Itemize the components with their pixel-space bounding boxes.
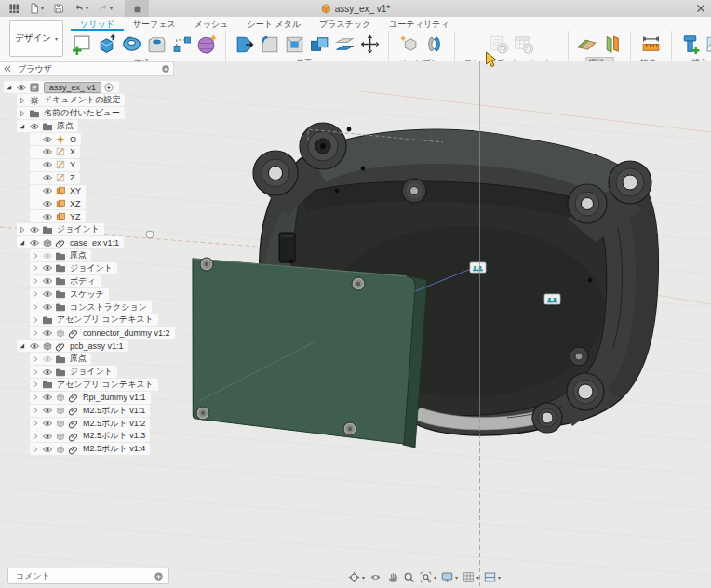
browser-row[interactable]: connector_dummy v1:2 [0, 327, 181, 340]
shell-icon[interactable] [283, 33, 306, 56]
expand-arrow-icon[interactable] [31, 302, 40, 312]
browser-item-label[interactable]: X [70, 147, 75, 156]
browser-item-label[interactable]: Z [70, 173, 75, 182]
browser-item-label[interactable]: アセンブリ コンテキスト [57, 314, 154, 326]
expand-arrow-icon[interactable] [31, 406, 40, 415]
expand-arrow-icon[interactable] [31, 276, 40, 286]
browser-row[interactable]: XY [0, 184, 181, 197]
visibility-eye-icon[interactable] [42, 444, 53, 455]
visibility-eye-icon[interactable] [42, 146, 53, 157]
visibility-eye-icon[interactable] [42, 354, 53, 365]
browser-row[interactable]: M2.5ボルト v1:3 [0, 430, 181, 443]
offset-face-icon[interactable] [333, 33, 356, 56]
pcb-model[interactable] [193, 258, 427, 448]
browser-item-label[interactable]: M2.5ボルト v1:3 [83, 430, 145, 442]
tab-active[interactable]: ソリッド [71, 17, 124, 31]
browser-item-label[interactable]: connector_dummy v1:2 [83, 328, 170, 338]
display-tool[interactable]: ▾ [441, 571, 458, 583]
visibility-eye-icon[interactable] [42, 367, 53, 378]
panel-options-icon[interactable] [158, 64, 173, 74]
app-grid-icon[interactable] [6, 0, 22, 17]
browser-row[interactable]: ジョイント [0, 366, 181, 379]
new-component-icon[interactable] [397, 33, 421, 56]
browser-item-label[interactable]: XZ [70, 199, 81, 208]
expand-arrow-icon[interactable] [31, 354, 40, 364]
browser-row[interactable]: アセンブリ コンテキスト [0, 314, 181, 327]
tab-inactive[interactable]: プラスチック [310, 17, 380, 31]
press-pull-icon[interactable] [233, 33, 256, 56]
expand-arrow-icon[interactable] [31, 445, 40, 454]
comment-expand-icon[interactable] [154, 571, 168, 581]
browser-row[interactable]: XZ [0, 197, 181, 210]
expand-arrow-icon[interactable] [31, 432, 40, 441]
file-menu-icon[interactable]: ▾ [26, 0, 47, 17]
browser-row[interactable]: 原点 [0, 353, 181, 366]
browser-row[interactable]: 原点 [0, 120, 181, 133]
joint-icon[interactable] [423, 33, 446, 56]
visibility-eye-icon[interactable] [42, 392, 53, 403]
joint-badge[interactable] [470, 262, 486, 273]
tab-inactive[interactable]: ユーティリティ [380, 17, 458, 31]
pattern-icon[interactable] [170, 33, 194, 56]
expand-arrow-icon[interactable] [31, 393, 40, 402]
browser-row[interactable]: ドキュメントの設定 [0, 94, 181, 107]
joint-badge[interactable] [544, 294, 560, 304]
visibility-eye-icon[interactable] [42, 211, 53, 222]
browser-row[interactable]: スケッチ [0, 287, 181, 301]
browser-item-label[interactable]: ボディ [70, 275, 96, 287]
browser-row[interactable]: YZ [0, 210, 181, 223]
construct-plane-icon[interactable] [575, 33, 598, 56]
expand-arrow-icon[interactable] [18, 122, 27, 131]
measure-icon[interactable] [639, 33, 663, 56]
browser-item-label[interactable]: 原点 [70, 249, 87, 261]
grid-snap-tool[interactable]: ▾ [463, 571, 479, 583]
browser-item-label[interactable]: M2.5ボルト v1:1 [83, 405, 145, 417]
browser-item-label[interactable]: M2.5ボルト v1:4 [83, 443, 145, 455]
expand-arrow-icon[interactable] [18, 109, 27, 118]
browser-item-label[interactable]: ドキュメントの設定 [44, 94, 120, 106]
visibility-eye-icon[interactable] [42, 134, 53, 145]
pan-tool[interactable] [386, 571, 398, 583]
expand-arrow-icon[interactable] [31, 368, 40, 377]
visibility-eye-icon[interactable] [42, 288, 53, 300]
browser-item-label[interactable]: 原点 [70, 353, 87, 365]
browser-row[interactable]: case_ex v1:1 [0, 236, 181, 249]
browser-item-label[interactable]: 原点 [57, 120, 74, 132]
browser-row[interactable]: O [0, 133, 181, 146]
browser-row[interactable]: 名前の付いたビュー [0, 107, 181, 120]
workspace-switcher[interactable]: デザイン ▾ [9, 20, 63, 57]
browser-row[interactable]: assy_ex_ v1 [0, 81, 181, 94]
fit-tool[interactable]: ▾ [420, 571, 436, 583]
collapse-panel-icon[interactable] [0, 64, 15, 74]
browser-row[interactable]: M2.5ボルト v1:4 [0, 443, 181, 456]
tab-inactive[interactable]: メッシュ [185, 17, 238, 31]
browser-row[interactable]: ボディ [0, 274, 181, 287]
comment-bar[interactable]: コメント [7, 568, 169, 584]
browser-row[interactable]: X [0, 145, 181, 158]
visibility-eye-icon[interactable] [42, 418, 53, 429]
browser-item-label[interactable]: Y [70, 160, 75, 169]
browser-row[interactable]: アセンブリ コンテキスト [0, 378, 181, 391]
visibility-eye-icon[interactable] [42, 301, 53, 313]
visibility-eye-icon[interactable] [42, 198, 53, 209]
tab-inactive[interactable]: シート メタル [238, 17, 311, 31]
browser-item-label[interactable]: 名前の付いたビュー [44, 107, 120, 119]
browser-item-label[interactable]: ジョイント [70, 366, 113, 378]
browser-row[interactable]: コンストラクション [0, 301, 181, 314]
visibility-eye-icon[interactable] [42, 275, 53, 287]
expand-arrow-icon[interactable] [31, 263, 40, 273]
expand-arrow-icon[interactable] [5, 83, 14, 92]
look-at-tool[interactable] [369, 571, 382, 583]
browser-row[interactable]: M2.5ボルト v1:1 [0, 404, 181, 417]
revolve-icon[interactable] [120, 33, 143, 56]
orbit-tool[interactable]: ▾ [348, 571, 365, 583]
expand-arrow-icon[interactable] [31, 380, 40, 389]
move-icon[interactable] [358, 33, 382, 56]
sketch-create-icon[interactable] [70, 33, 93, 56]
expand-arrow-icon[interactable] [18, 96, 27, 105]
insert-canvas-icon[interactable] [704, 33, 711, 56]
viewport-3d[interactable]: ブラウザ assy_ex_ v1ドキュメントの設定名前の付いたビュー原点OXYZ… [0, 61, 711, 588]
browser-item-label[interactable]: スケッチ [70, 288, 104, 301]
tab-inactive[interactable]: サーフェス [124, 17, 185, 31]
expand-arrow-icon[interactable] [18, 238, 27, 247]
